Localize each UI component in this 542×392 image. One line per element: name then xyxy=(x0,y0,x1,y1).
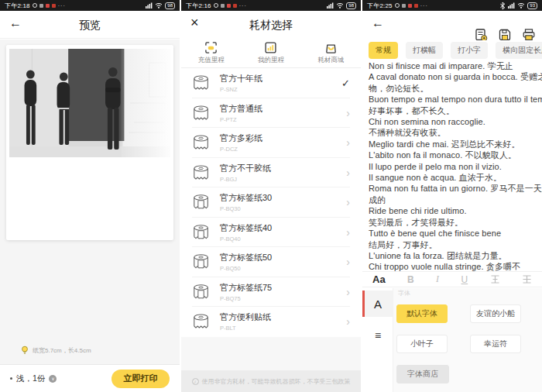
mode-tabs: 常规 打横幅 打小字 横向固定长度 文字 xyxy=(362,40,542,60)
editor-line: Il sangue non è acqua. 血浓于水。 xyxy=(369,172,536,183)
line-spacing-icon[interactable] xyxy=(522,274,532,284)
consumable-row[interactable]: 官方便利贴纸 P-BLT › xyxy=(181,307,361,337)
editor-line: A caval donato non si guarda in bocca. 受… xyxy=(369,71,536,82)
consumable-row[interactable]: 官方标签纸40 P-BQ40 › xyxy=(181,218,361,248)
consumable-name: 官方十年纸 xyxy=(220,73,262,84)
notification-app-icon xyxy=(46,4,50,8)
font-chip-friendship-boat[interactable]: 友谊的小船 xyxy=(470,304,521,323)
consumables-body: 官方十年纸 P-SNZ ✓ 官方普通纸 P-PTZ › 官方多彩纸 P-DCZ xyxy=(181,68,361,392)
more-notifications-icon: ··· xyxy=(58,3,66,9)
font-chip-lucky-charm[interactable]: 幸运符 xyxy=(470,335,521,353)
mode-tab-banner[interactable]: 打横幅 xyxy=(406,42,443,59)
panel-rail: A ≡ xyxy=(362,288,393,392)
paper-roll-icon xyxy=(192,163,211,182)
photo-card xyxy=(6,45,173,240)
label-roll-icon xyxy=(192,223,211,242)
italic-button[interactable]: I xyxy=(436,273,439,285)
font-size-button[interactable]: Aa xyxy=(372,273,386,285)
consumable-row[interactable]: 官方多彩纸 P-DCZ › xyxy=(181,128,361,158)
editor-line: Tutto è bene quel che finisce bene xyxy=(369,228,536,239)
mode-tab-small-text[interactable]: 打小字 xyxy=(451,42,488,59)
back-button[interactable]: ← xyxy=(372,16,384,30)
editor-line: 不播种就没有收获。 xyxy=(369,127,536,138)
status-bar: 下午2:25 ··· 93 xyxy=(362,0,542,11)
rail-tab-align[interactable]: ≡ xyxy=(362,325,393,346)
chevron-right-icon: › xyxy=(346,257,350,266)
paper-roll-icon xyxy=(192,74,211,92)
letter-spacing-icon[interactable] xyxy=(490,274,500,284)
photo-preview xyxy=(9,49,170,157)
paper-roll-icon xyxy=(192,133,211,152)
consumable-name: 官方多彩纸 xyxy=(220,132,262,144)
alarm-icon xyxy=(214,3,218,8)
notification-app-icon xyxy=(227,4,231,8)
mode-tab-fixed-length[interactable]: 横向固定长度 xyxy=(496,42,542,59)
paper-roll-icon xyxy=(192,312,211,331)
notice-text: 使用非官方耗材，可能导致机器损坏，不享受三包政策 xyxy=(202,377,351,386)
notification-app-icon xyxy=(414,4,418,8)
font-chip-little-leaf[interactable]: 小叶子 xyxy=(396,335,448,353)
editor-line: L'unione fa la forza. 团结就是力量。 xyxy=(369,250,536,261)
label-roll-icon xyxy=(192,253,211,271)
tab-my-mileage[interactable]: 我的里程 xyxy=(241,39,300,67)
chevron-right-icon: › xyxy=(346,228,350,237)
consumable-row[interactable]: 官方不干胶纸 P-BGJ › xyxy=(181,158,361,188)
consumable-code: P-BQ30 xyxy=(220,205,272,212)
consumable-code: P-BQ50 xyxy=(220,265,272,272)
consumable-row-selected[interactable]: 官方十年纸 P-SNZ ✓ xyxy=(181,68,361,98)
tab-recharge-mileage[interactable]: 充值里程 xyxy=(181,39,241,67)
consumable-name: 官方标签纸50 xyxy=(220,252,272,263)
consumable-row[interactable]: 官方标签纸30 P-BQ30 › xyxy=(181,187,361,218)
signal-icon xyxy=(508,2,515,9)
battery-indicator: 98 xyxy=(346,2,356,9)
mode-tab-normal[interactable]: 常规 xyxy=(369,42,398,59)
notice-bar: i 使用非官方耗材，可能导致机器损坏，不享受三包政策 xyxy=(181,370,361,392)
tab-label: 充值里程 xyxy=(198,56,225,65)
bar-chart-icon xyxy=(264,41,277,54)
consumable-code: P-BQ75 xyxy=(220,295,272,302)
align-lines-icon: ≡ xyxy=(375,329,381,342)
scan-icon xyxy=(204,41,218,54)
status-time: 下午2:18 xyxy=(5,2,30,10)
font-chip-default[interactable]: 默认字体 xyxy=(396,304,448,323)
more-notifications-icon: ··· xyxy=(239,3,247,9)
notification-app-icon xyxy=(52,4,56,8)
wifi-icon xyxy=(336,2,344,9)
consumable-row[interactable]: 官方普通纸 P-PTZ › xyxy=(181,98,361,129)
label-roll-icon xyxy=(192,283,211,301)
more-notifications-icon: ··· xyxy=(420,3,428,9)
consumable-code: P-BQ40 xyxy=(220,236,272,242)
status-bar: 下午2:16 ··· 98 xyxy=(181,0,361,11)
notification-app-icon xyxy=(39,4,43,8)
battery-indicator: 93 xyxy=(527,2,537,9)
editor-line: Buon tempo e mal tempo non dura tutto il… xyxy=(369,94,536,105)
editor-line: 好事坏事，都不长久。 xyxy=(369,105,536,116)
underline-button[interactable]: U xyxy=(461,274,468,285)
consumable-code: P-PTZ xyxy=(220,116,262,123)
options-expand-button[interactable]: ∨ xyxy=(49,375,57,383)
rail-tab-font[interactable]: A xyxy=(362,291,393,317)
consumable-row[interactable]: 官方标签纸50 P-BQ50 › xyxy=(181,247,361,277)
editor-line: 结局好，万事好。 xyxy=(369,239,536,250)
consumable-name: 官方标签纸30 xyxy=(220,192,272,204)
screen-editor: 下午2:25 ··· 93 ← 常规 打横幅 打小字 横向固定长度 文字 Non… xyxy=(362,0,542,392)
consumable-code: P-SNZ xyxy=(220,86,262,93)
consumable-name: 官方普通纸 xyxy=(220,103,262,115)
screen-preview: 下午2:18 ··· 98 ← 预览 xyxy=(0,0,180,392)
shopping-bag-icon xyxy=(324,41,338,54)
nav-bar: × 耗材选择 xyxy=(181,11,361,39)
consumable-row[interactable]: 官方标签纸75 P-BQ75 › xyxy=(181,277,361,308)
editor-line: Il lupo perde il pelo ma non il vizio. xyxy=(369,161,536,172)
font-store-button[interactable]: 字体商店 xyxy=(396,365,449,383)
tab-consumable-mall[interactable]: 耗材商城 xyxy=(301,39,361,67)
print-now-button[interactable]: 立即打印 xyxy=(111,370,170,388)
text-editor-area[interactable]: Non si finisce mai di imparare. 学无止 A ca… xyxy=(362,60,542,271)
wifi-icon xyxy=(517,2,525,9)
alarm-icon xyxy=(33,3,37,8)
preview-body: 纸宽5.7cm，长4.5cm 浅，1份 ∨ 立即打印 xyxy=(0,40,180,392)
bold-button[interactable]: B xyxy=(407,274,414,285)
chevron-right-icon: › xyxy=(346,168,350,177)
consumable-name: 官方标签纸40 xyxy=(220,222,272,234)
paper-roll-icon xyxy=(192,104,211,122)
bluetooth-icon xyxy=(499,2,506,10)
